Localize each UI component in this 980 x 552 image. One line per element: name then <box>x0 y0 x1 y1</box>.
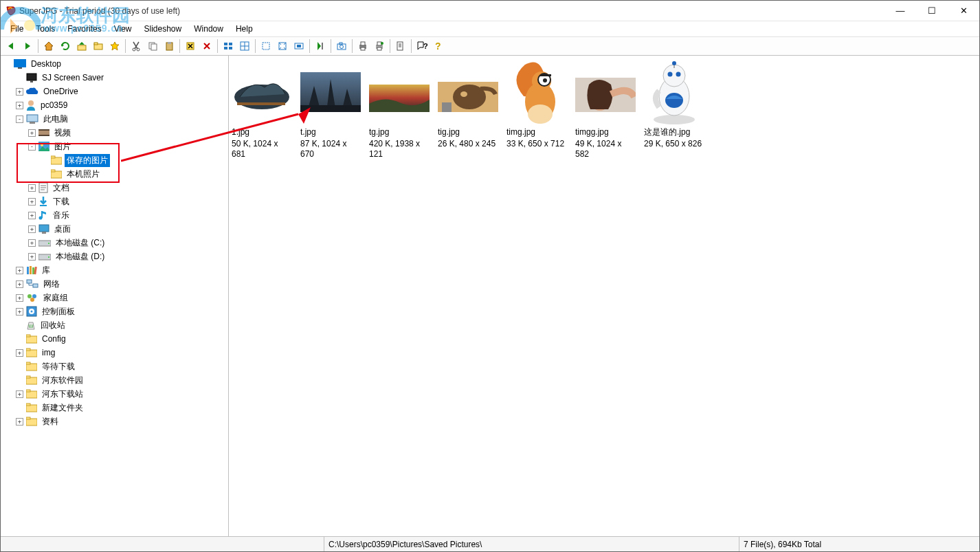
tree-node[interactable]: 回收站 <box>1 318 228 332</box>
tree-node[interactable]: 新建文件夹 <box>1 401 228 415</box>
menu-slideshow[interactable]: Slideshow <box>139 23 188 35</box>
tree-node[interactable]: SJ Screen Saver <box>1 71 228 85</box>
settings-button[interactable] <box>393 38 408 54</box>
expander-icon[interactable]: - <box>16 115 23 123</box>
tree-node[interactable]: +音乐 <box>1 208 228 222</box>
tree-node[interactable]: +文档 <box>1 181 228 195</box>
tree-node[interactable]: 河东软件园 <box>1 373 228 387</box>
tree-node-label[interactable]: 桌面 <box>52 223 73 236</box>
expander-icon[interactable]: + <box>28 253 36 261</box>
tree-node-label[interactable]: pc0359 <box>38 100 69 111</box>
cut-button[interactable] <box>129 38 144 54</box>
fullscreen-button[interactable] <box>258 38 274 54</box>
tree-node[interactable]: +库 <box>1 263 228 277</box>
thumbnail-item[interactable]: tg.jpg420 K, 1938 x 121 <box>369 58 430 159</box>
tree-node-label[interactable]: 资料 <box>40 415 60 428</box>
thumbnail-pane[interactable]: 1.jpg50 K, 1024 x 681t.jpg87 K, 1024 x 6… <box>229 56 979 536</box>
tree-node[interactable]: +家庭组 <box>1 291 228 305</box>
tree-node-label[interactable]: 等待下载 <box>40 360 77 373</box>
menu-help[interactable]: Help <box>230 23 258 35</box>
expander-icon[interactable]: + <box>16 267 23 274</box>
back-button[interactable] <box>3 38 19 54</box>
tree-node[interactable]: +OneDrive <box>1 85 228 98</box>
tree-node[interactable]: +资料 <box>1 415 228 428</box>
computer-icon <box>26 114 38 124</box>
tree-node-label[interactable]: OneDrive <box>41 86 80 97</box>
help-button[interactable]: ? <box>431 38 446 54</box>
tree-node-label[interactable]: 河东下载站 <box>40 388 85 401</box>
expander-icon[interactable]: + <box>28 239 36 247</box>
expander-icon[interactable]: + <box>16 280 23 288</box>
print2-button[interactable] <box>372 38 387 54</box>
favorite-button[interactable] <box>107 38 122 54</box>
menu-window[interactable]: Window <box>188 23 229 35</box>
thumbnail-item[interactable]: tig.jpg26 K, 480 x 245 <box>438 58 498 149</box>
tree-node-label[interactable]: 文档 <box>51 181 71 195</box>
tree-node[interactable]: +河东下载站 <box>1 387 228 401</box>
tree-node-label[interactable]: 家庭组 <box>41 291 70 305</box>
expander-icon[interactable]: + <box>16 418 23 426</box>
tree-node-label[interactable]: Config <box>40 333 68 344</box>
tree-node-label[interactable]: 本地磁盘 (C:) <box>54 236 107 250</box>
folder-button[interactable] <box>91 38 106 54</box>
tree-node[interactable]: +img <box>1 346 228 360</box>
print-button[interactable] <box>355 38 370 54</box>
expander-icon[interactable]: + <box>28 198 36 206</box>
delete-button[interactable] <box>199 38 214 54</box>
refresh-button[interactable] <box>58 38 73 54</box>
tree-node[interactable]: +下载 <box>1 195 228 208</box>
copy-button[interactable] <box>145 38 160 54</box>
tree-node-label[interactable]: 网络 <box>41 278 62 291</box>
tree-node[interactable]: +控制面板 <box>1 305 228 318</box>
expander-icon[interactable]: + <box>28 212 36 219</box>
paste-button[interactable] <box>162 38 177 54</box>
whatsthis-button[interactable]: ? <box>414 38 430 54</box>
expander-icon[interactable]: + <box>28 129 36 137</box>
tree-node-label[interactable]: 回收站 <box>38 319 67 332</box>
minimize-button[interactable]: — <box>884 1 916 21</box>
tree-node[interactable]: +本地磁盘 (D:) <box>1 250 228 263</box>
thumbnail-item[interactable]: 这是谁的.jpg29 K, 650 x 826 <box>644 58 704 149</box>
thumbnail-item[interactable]: timgg.jpg49 K, 1024 x 582 <box>575 58 636 159</box>
view-grid-button[interactable] <box>237 38 252 54</box>
home-button[interactable] <box>41 38 56 54</box>
maximize-button[interactable]: ☐ <box>916 1 948 21</box>
tree-node-label[interactable]: 视频 <box>52 126 73 140</box>
tree-node-label[interactable]: 控制面板 <box>40 305 77 318</box>
camera-button[interactable] <box>334 38 349 54</box>
tree-node-label[interactable]: 河东软件园 <box>40 374 85 387</box>
tree-node[interactable]: Desktop <box>1 57 228 71</box>
expander-icon[interactable]: + <box>16 102 23 109</box>
thumbnail-item[interactable]: timg.jpg33 K, 650 x 712 <box>506 58 567 149</box>
expander-icon[interactable]: + <box>28 225 36 233</box>
expander-icon[interactable]: + <box>16 390 23 398</box>
tree-node-label[interactable]: Desktop <box>29 58 63 69</box>
expander-icon[interactable]: + <box>28 184 36 192</box>
boundary-button[interactable] <box>291 38 307 54</box>
tree-node-label[interactable]: 下载 <box>51 195 71 208</box>
tree-node[interactable]: +本地磁盘 (C:) <box>1 236 228 250</box>
tree-node-label[interactable]: SJ Screen Saver <box>40 72 106 83</box>
fit-button[interactable] <box>275 38 290 54</box>
expander-icon[interactable]: + <box>16 349 23 357</box>
download-icon <box>38 196 48 207</box>
tree-node[interactable]: 等待下载 <box>1 360 228 373</box>
expander-icon[interactable]: + <box>16 308 23 316</box>
tree-node[interactable]: Config <box>1 332 228 346</box>
tree-node-label[interactable]: 音乐 <box>51 209 71 222</box>
forward-button[interactable] <box>20 38 35 54</box>
up-button[interactable] <box>74 38 89 54</box>
tree-node[interactable]: +网络 <box>1 277 228 291</box>
tree-node-label[interactable]: img <box>40 347 57 358</box>
expander-icon[interactable]: + <box>16 88 23 96</box>
expander-icon[interactable]: + <box>16 294 23 302</box>
close-button[interactable]: ✕ <box>948 1 979 21</box>
view-list-button[interactable] <box>221 38 236 54</box>
play-button[interactable] <box>313 38 328 54</box>
tree-node-label[interactable]: 此电脑 <box>41 113 70 126</box>
tree-node-label[interactable]: 新建文件夹 <box>40 401 85 415</box>
tree-node[interactable]: +桌面 <box>1 222 228 236</box>
tree-node-label[interactable]: 本地磁盘 (D:) <box>54 250 107 263</box>
delete-x-button[interactable] <box>183 38 198 54</box>
tree-node-label[interactable]: 库 <box>40 264 52 277</box>
